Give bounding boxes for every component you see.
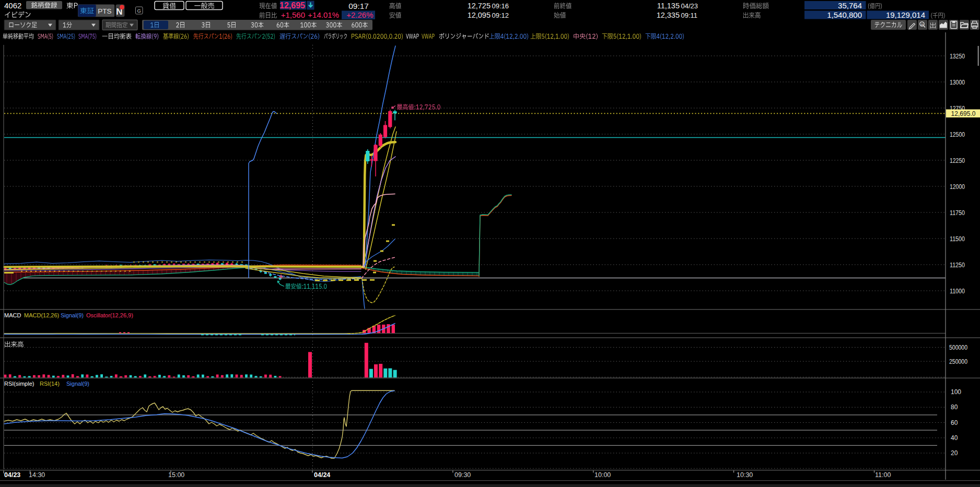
svg-text:500000: 500000: [949, 344, 967, 351]
svg-text:12,695: 12,695: [279, 1, 305, 10]
svg-text:10:30: 10:30: [737, 471, 753, 479]
svg-text:19,129,014: 19,129,014: [886, 10, 925, 19]
svg-text:10:00: 10:00: [594, 471, 611, 479]
svg-text:11250: 11250: [950, 261, 965, 269]
svg-text:40: 40: [951, 434, 958, 442]
svg-text:60: 60: [951, 419, 958, 426]
svg-text:12250: 12250: [950, 157, 965, 164]
svg-text:11750: 11750: [950, 209, 965, 217]
svg-text:13250: 13250: [950, 52, 965, 60]
svg-text:G: G: [137, 8, 141, 14]
svg-text:RSI(14): RSI(14): [40, 381, 60, 387]
svg-text:11000: 11000: [950, 287, 965, 295]
svg-text:11,135: 11,135: [657, 2, 680, 10]
svg-text:11500: 11500: [950, 235, 965, 243]
svg-text:20: 20: [951, 449, 958, 457]
svg-text:RSI(simple): RSI(simple): [4, 381, 34, 387]
svg-text:12500: 12500: [950, 130, 965, 138]
svg-text:13000: 13000: [950, 78, 965, 86]
svg-text:09:11: 09:11: [681, 11, 698, 19]
svg-text:+2.26%: +2.26%: [346, 10, 373, 19]
svg-text:MACD(12,26): MACD(12,26): [24, 312, 59, 318]
svg-text:12,095: 12,095: [468, 11, 491, 19]
svg-text:100: 100: [951, 388, 961, 396]
svg-text:+1,560: +1,560: [281, 10, 305, 19]
svg-text:09:12: 09:12: [492, 11, 509, 19]
svg-text:04/23: 04/23: [681, 2, 698, 10]
svg-text:250000: 250000: [949, 358, 967, 365]
svg-text:Oscillator(12,26,9): Oscillator(12,26,9): [86, 312, 133, 318]
svg-text:12000: 12000: [950, 183, 965, 191]
svg-text:80: 80: [951, 403, 958, 411]
svg-text:04/24: 04/24: [314, 471, 330, 479]
svg-text:+14.01%: +14.01%: [308, 10, 339, 19]
svg-text:11:00: 11:00: [875, 471, 891, 479]
svg-text:Signal(9): Signal(9): [66, 381, 89, 387]
svg-text:MACD: MACD: [4, 312, 21, 318]
svg-text:@: @: [920, 23, 924, 26]
svg-text:12,725: 12,725: [468, 2, 491, 10]
svg-text:04/23: 04/23: [4, 471, 20, 479]
svg-text:14:30: 14:30: [29, 471, 45, 479]
svg-text:12,695.0: 12,695.0: [951, 110, 976, 117]
svg-text:09:16: 09:16: [492, 2, 509, 10]
svg-text:09:30: 09:30: [454, 471, 471, 479]
svg-text:4062: 4062: [4, 1, 21, 10]
svg-text:PTS: PTS: [98, 7, 111, 15]
svg-text:09:17: 09:17: [348, 2, 369, 10]
svg-text:Signal(9): Signal(9): [61, 312, 84, 318]
svg-text:1,540,800: 1,540,800: [827, 10, 862, 19]
svg-text:35,764: 35,764: [838, 1, 862, 10]
svg-text:12,335: 12,335: [657, 11, 680, 19]
